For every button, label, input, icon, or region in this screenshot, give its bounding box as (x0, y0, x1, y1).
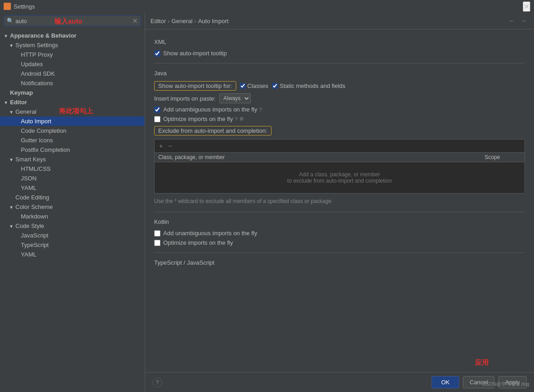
show-tooltip-for-label: Show auto-import tooltip for: (154, 81, 236, 91)
java-section-label: Java (154, 70, 525, 77)
app-icon (4, 3, 11, 10)
sidebar-item-keymap[interactable]: Keymap (0, 88, 145, 97)
add-unambiguous-help-icon[interactable]: ? (259, 107, 262, 112)
optimize-imports-help-icon[interactable]: ? (235, 116, 238, 122)
main-container: 🔍 ✕ ▼Appearance & Behavior ▼System Setti… (0, 13, 534, 392)
static-methods-checkbox[interactable] (272, 83, 278, 89)
sidebar-item-appearance[interactable]: ▼Appearance & Behavior (0, 31, 145, 40)
exclude-empty-state: Add a class, package, or member to exclu… (155, 162, 524, 193)
nav-back-button[interactable]: ← (507, 16, 517, 25)
exclude-table-header: Class, package, or member Scope (155, 153, 524, 162)
breadcrumb-nav-buttons: ← → (507, 16, 529, 25)
kotlin-add-unambiguous-checkbox[interactable] (154, 230, 160, 237)
sidebar-item-javascript[interactable]: JavaScript (0, 231, 145, 240)
search-icon: 🔍 (7, 18, 14, 24)
breadcrumb-general: General (171, 18, 192, 24)
breadcrumb-auto-import: Auto Import (198, 18, 228, 24)
static-methods-checkbox-group: Static methods and fields (272, 82, 345, 89)
sidebar-item-code-editing[interactable]: Code Editing (0, 193, 145, 202)
xml-show-tooltip-checkbox[interactable] (154, 50, 160, 57)
add-unambiguous-checkbox[interactable] (154, 106, 160, 113)
sidebar-item-updates[interactable]: Updates (0, 59, 145, 69)
classes-checkbox-group: Classes (240, 82, 268, 89)
search-clear-button[interactable]: ✕ (132, 17, 138, 24)
optimize-imports-config-icon[interactable]: ⚙ (239, 116, 244, 122)
breadcrumb-editor: Editor (150, 18, 166, 24)
sidebar-item-editor[interactable]: ▼Editor (0, 97, 145, 107)
optimize-imports-row: Optimize imports on the fly ? ⚙ (154, 116, 525, 122)
sidebar-item-markdown[interactable]: Markdown (0, 212, 145, 221)
kotlin-section-label: Kotlin (154, 218, 525, 225)
section-divider-2 (154, 212, 525, 212)
sidebar-item-general[interactable]: ▼General (0, 107, 145, 116)
nav-forward-button[interactable]: → (519, 16, 529, 25)
sidebar-item-gutter-icons[interactable]: Gutter Icons (0, 136, 145, 145)
kotlin-add-unambiguous-label: Add unambiguous imports on the fly (163, 230, 257, 237)
content-area: Editor › General › Auto Import ← → XML S… (145, 13, 534, 392)
exclude-col-class-header: Class, package, or member (158, 154, 485, 160)
add-unambiguous-label: Add unambiguous imports on the fly (163, 106, 257, 113)
add-unambiguous-row: Add unambiguous imports on the fly ? (154, 106, 525, 113)
insert-imports-row: Insert imports on paste: Always Ask Neve… (154, 93, 525, 103)
exclude-add-button[interactable]: + (157, 141, 165, 150)
xml-show-tooltip-label: Show auto-import tooltip (163, 50, 227, 57)
sidebar-item-android-sdk[interactable]: Android SDK (0, 69, 145, 78)
optimize-imports-checkbox[interactable] (154, 116, 160, 122)
xml-show-tooltip-row: Show auto-import tooltip (154, 50, 525, 57)
apply-button[interactable]: Apply (498, 376, 527, 388)
breadcrumb: Editor › General › Auto Import ← → (145, 13, 534, 29)
static-methods-label: Static methods and fields (280, 82, 345, 89)
kotlin-optimize-label: Optimize imports on the fly (163, 239, 233, 246)
title-bar: Settings ✕ (0, 0, 534, 13)
exclude-remove-button[interactable]: − (166, 141, 174, 150)
sidebar-item-typescript[interactable]: TypeScript (0, 240, 145, 250)
sidebar-item-color-scheme[interactable]: ▼Color Scheme (0, 202, 145, 212)
action-buttons: OK Cancel Apply (432, 376, 527, 388)
classes-checkbox[interactable] (240, 83, 246, 89)
sidebar-item-system-settings[interactable]: ▼System Settings (0, 40, 145, 50)
optimize-imports-label: Optimize imports on the fly (163, 116, 233, 122)
sidebar-item-http-proxy[interactable]: HTTP Proxy (0, 50, 145, 59)
cancel-button[interactable]: Cancel (463, 376, 495, 388)
section-divider-3 (154, 252, 525, 253)
sidebar-item-json[interactable]: JSON (0, 174, 145, 183)
sidebar-item-postfix-completion[interactable]: Postfix Completion (0, 145, 145, 155)
wildcard-note: Use the * wildcard to exclude all member… (154, 197, 525, 205)
help-button[interactable]: ? (152, 377, 162, 387)
bottom-bar: ? OK Cancel Apply (145, 372, 534, 392)
breadcrumb-sep1: › (168, 18, 170, 24)
exclude-label: Exclude from auto-import and completion: (154, 126, 272, 136)
sidebar-item-yaml2[interactable]: YAML (0, 250, 145, 259)
sidebar-item-notifications[interactable]: Notifications (0, 78, 145, 88)
insert-imports-label: Insert imports on paste: (154, 95, 216, 102)
show-tooltip-row: Show auto-import tooltip for: Classes St… (154, 81, 525, 91)
exclude-label-row: Exclude from auto-import and completion: (154, 126, 525, 136)
exclude-box: + − Class, package, or member Scope Add … (154, 139, 525, 194)
sidebar: 🔍 ✕ ▼Appearance & Behavior ▼System Setti… (0, 13, 145, 392)
close-button[interactable]: ✕ (523, 1, 530, 12)
sidebar-item-auto-import[interactable]: Auto Import (0, 116, 145, 126)
sidebar-item-code-completion[interactable]: Code Completion (0, 126, 145, 136)
kotlin-optimize-row: Optimize imports on the fly (154, 239, 525, 246)
sidebar-item-smart-keys[interactable]: ▼Smart Keys (0, 155, 145, 164)
window-title: Settings (14, 3, 35, 10)
exclude-toolbar: + − (155, 140, 524, 153)
sidebar-tree: ▼Appearance & Behavior ▼System Settings … (0, 29, 145, 392)
kotlin-add-unambiguous-row: Add unambiguous imports on the fly (154, 230, 525, 237)
section-divider-1 (154, 63, 525, 63)
classes-label: Classes (248, 82, 268, 89)
breadcrumb-nav: Editor › General › Auto Import (150, 18, 228, 24)
typescript-section-label: TypeScript / JavaScript (154, 259, 525, 266)
kotlin-optimize-checkbox[interactable] (154, 240, 160, 246)
search-box: 🔍 ✕ (4, 15, 141, 26)
insert-imports-dropdown[interactable]: Always Ask Never (219, 93, 251, 103)
exclude-col-scope-header: Scope (485, 154, 521, 160)
search-input[interactable] (15, 18, 132, 24)
settings-scroll-area[interactable]: XML Show auto-import tooltip Java Show a… (145, 29, 534, 372)
sidebar-item-yaml[interactable]: YAML (0, 183, 145, 193)
sidebar-item-code-style[interactable]: ▼Code Style (0, 221, 145, 231)
breadcrumb-sep2: › (194, 18, 196, 24)
ok-button[interactable]: OK (432, 376, 459, 388)
sidebar-item-html-css[interactable]: HTML/CSS (0, 164, 145, 174)
settings-window: Settings ✕ 🔍 ✕ ▼Appearance & Behavior ▼S… (0, 0, 534, 392)
